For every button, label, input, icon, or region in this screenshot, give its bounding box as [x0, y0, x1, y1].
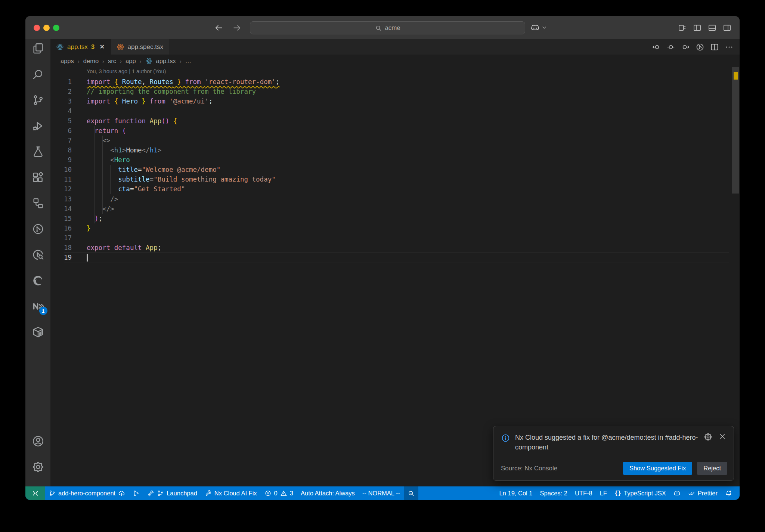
extensions-icon — [32, 171, 44, 184]
run-file-button[interactable] — [696, 43, 704, 52]
status-eol[interactable]: LF — [596, 486, 611, 500]
notification-settings-icon[interactable] — [704, 433, 712, 441]
close-window-button[interactable] — [34, 25, 40, 31]
activity-item-gitlens-inspect[interactable] — [32, 248, 44, 261]
minimize-window-button[interactable] — [43, 25, 50, 31]
toggle-secondary-sidebar-button[interactable] — [723, 24, 731, 32]
activity-item-search[interactable] — [32, 68, 44, 81]
code-line: 14 </> — [50, 204, 740, 214]
status-launchpad[interactable]: Launchpad — [143, 486, 201, 500]
line-content: cta="Get Started" — [87, 184, 185, 194]
line-number: 13 — [50, 194, 72, 204]
line-content: export default App; — [87, 243, 161, 253]
git-graph-icon — [133, 490, 140, 497]
status-indentation[interactable]: Spaces: 2 — [536, 486, 571, 500]
remote-explorer-icon — [32, 197, 44, 210]
go-forward-icon[interactable] — [232, 23, 242, 33]
status-nx-cloud-ai-fix[interactable]: Nx Cloud AI Fix — [201, 486, 261, 500]
tab-app.tsx[interactable]: app.tsx3✕ — [50, 39, 111, 55]
line-content: } — [87, 223, 91, 233]
source-control-icon — [32, 94, 44, 106]
status-text: Ln 19, Col 1 — [499, 490, 533, 497]
line-number: 18 — [50, 243, 72, 253]
breadcrumb-item-src[interactable]: src — [108, 58, 116, 65]
info-icon — [501, 433, 510, 443]
status-text: add-hero-component — [58, 490, 115, 497]
activity-item-explorer[interactable] — [32, 42, 44, 55]
status-auto-attach[interactable]: Auto Attach: Always — [297, 486, 359, 500]
line-number: 9 — [50, 155, 72, 165]
reject-button[interactable]: Reject — [697, 462, 727, 475]
show-suggested-fix-button[interactable]: Show Suggested Fix — [623, 462, 692, 475]
status-encoding[interactable]: UTF-8 — [571, 486, 596, 500]
command-center[interactable]: acme — [250, 21, 525, 34]
line-content: export function App() { — [87, 116, 177, 126]
status-copilot-status[interactable] — [670, 486, 684, 500]
zoom-window-button[interactable] — [53, 25, 59, 31]
status-problems[interactable]: 03 — [261, 486, 297, 500]
activity-item-extensions[interactable] — [32, 171, 44, 184]
activity-item-nx-console[interactable]: 1 — [32, 300, 44, 313]
next-change-button[interactable] — [681, 43, 690, 52]
status-text: Spaces: 2 — [540, 490, 567, 497]
activity-item-accounts[interactable] — [32, 435, 44, 448]
code-editor[interactable]: 1import { Route, Routes } from 'react-ro… — [50, 77, 740, 262]
activity-item-run-and-debug[interactable] — [32, 120, 44, 132]
check-double-icon — [688, 490, 695, 497]
breadcrumb-item-app[interactable]: app — [126, 58, 136, 65]
layout-controls — [678, 16, 731, 39]
search-icon — [375, 24, 382, 32]
line-content: title="Welcmoe @acme/demo" — [87, 165, 220, 174]
split-editor-button[interactable] — [710, 43, 719, 52]
status-vim-mode[interactable]: -- NORMAL -- — [359, 486, 404, 500]
notification-message: Nx Cloud suggested a fix for @acme/demo:… — [515, 433, 699, 452]
notification-close-icon[interactable] — [719, 433, 726, 440]
customize-layout-button[interactable] — [678, 24, 687, 32]
activity-item-run-view[interactable] — [32, 223, 44, 235]
error-icon — [264, 490, 272, 497]
breadcrumb-item-demo[interactable]: demo — [83, 58, 99, 65]
line-number: 5 — [50, 116, 72, 126]
activity-item-containers[interactable] — [32, 326, 44, 338]
status-formatter-prettier[interactable]: Prettier — [684, 486, 721, 500]
activity-item-edge-tools[interactable] — [32, 274, 44, 287]
toggle-panel-button[interactable] — [708, 24, 716, 32]
remote-indicator[interactable] — [25, 486, 45, 500]
line-content: <Hero — [87, 155, 130, 165]
previous-change-button[interactable] — [652, 43, 661, 52]
status-cursor-position[interactable]: Ln 19, Col 1 — [496, 486, 536, 500]
breadcrumb-item-app.tsx[interactable]: app.tsx — [156, 58, 176, 65]
more-actions-button[interactable] — [725, 43, 734, 52]
copilot-menu-button[interactable] — [530, 21, 547, 34]
status-text: LF — [600, 490, 607, 497]
activity-item-remote-explorer[interactable] — [32, 197, 44, 210]
line-number: 8 — [50, 145, 72, 155]
close-tab-icon[interactable]: ✕ — [99, 43, 105, 51]
line-content: /> — [87, 194, 118, 204]
line-number: 16 — [50, 223, 72, 233]
breadcrumb-separator: › — [102, 58, 104, 64]
tab-app.spec.tsx[interactable]: app.spec.tsx — [111, 39, 169, 55]
status-git-branch[interactable]: add-hero-component — [45, 486, 129, 500]
status-git-graph[interactable] — [129, 486, 143, 500]
toggle-primary-sidebar-button[interactable] — [693, 24, 701, 32]
open-changes-button[interactable] — [666, 43, 675, 52]
notification-source: Source: Nx Console — [501, 465, 557, 472]
git-blame-annotation[interactable]: You, 3 hours ago | 1 author (You) — [87, 68, 166, 74]
breadcrumb-item-…[interactable]: … — [185, 58, 192, 65]
code-line: 18export default App; — [50, 243, 740, 253]
braces-icon: {} — [614, 490, 621, 497]
status-notifications-bell[interactable] — [721, 486, 736, 500]
activity-item-source-control[interactable] — [32, 94, 44, 106]
activity-item-manage[interactable] — [32, 461, 44, 473]
status-zoom-indicator[interactable] — [404, 486, 418, 500]
breadcrumb-item-apps[interactable]: apps — [61, 58, 74, 65]
code-line: 3import { Hero } from '@acme/ui'; — [50, 96, 740, 106]
status-language-mode[interactable]: {}TypeScript JSX — [611, 486, 670, 500]
go-back-icon[interactable] — [214, 23, 223, 33]
status-text: TypeScript JSX — [624, 490, 666, 497]
editor-scrollbar[interactable] — [732, 67, 739, 194]
activity-item-testing[interactable] — [32, 145, 44, 158]
line-content: import { Hero } from '@acme/ui'; — [87, 96, 213, 106]
status-text: Nx Cloud AI Fix — [214, 490, 257, 497]
